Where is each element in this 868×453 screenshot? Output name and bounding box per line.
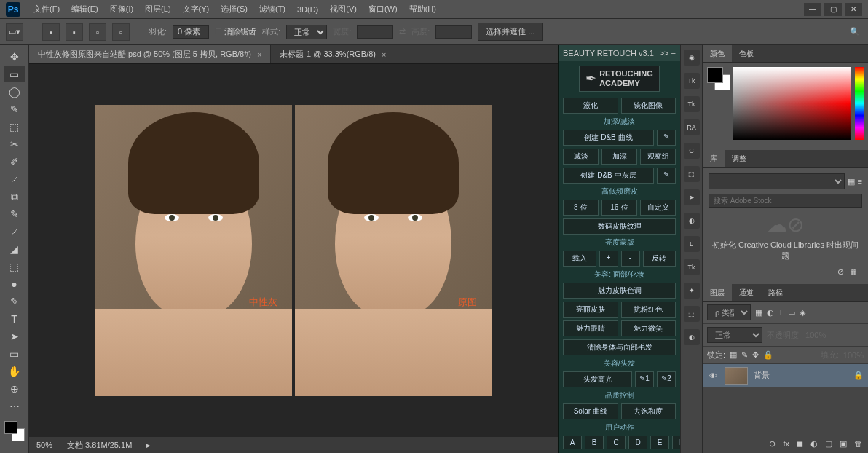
tab-layers[interactable]: 图层 bbox=[703, 284, 732, 301]
action-a[interactable]: A bbox=[563, 436, 582, 449]
side-icon[interactable]: L bbox=[684, 236, 700, 252]
maximize-button[interactable]: ▢ bbox=[824, 3, 842, 16]
solar-button[interactable]: Solar 曲线 bbox=[563, 403, 618, 419]
mask-icon[interactable]: ◼ bbox=[797, 439, 803, 449]
library-search-input[interactable] bbox=[709, 194, 862, 208]
menu-layer[interactable]: 图层(L) bbox=[139, 0, 176, 19]
tab-color[interactable]: 颜色 bbox=[703, 45, 732, 62]
menu-image[interactable]: 图像(I) bbox=[104, 0, 139, 19]
load-button[interactable]: 载入 bbox=[563, 251, 596, 267]
color-swatches[interactable] bbox=[707, 67, 729, 146]
lock-pixel-icon[interactable]: ✥ bbox=[752, 350, 759, 360]
foreground-color[interactable] bbox=[4, 421, 17, 434]
remove-hair-button[interactable]: 清除身体与面部毛发 bbox=[563, 339, 676, 355]
menu-file[interactable]: 文件(F) bbox=[28, 0, 66, 19]
burn-button[interactable]: 加深 bbox=[601, 149, 637, 165]
menu-select[interactable]: 选择(S) bbox=[215, 0, 253, 19]
color-picker[interactable] bbox=[733, 67, 851, 140]
move-tool[interactable]: ✥ bbox=[4, 49, 25, 65]
side-icon[interactable]: ✦ bbox=[684, 283, 700, 299]
lock-icon[interactable]: 🔒 bbox=[853, 371, 864, 380]
link-icon[interactable]: ⊘ bbox=[837, 267, 844, 277]
side-icon[interactable]: ➤ bbox=[684, 189, 700, 205]
menu-window[interactable]: 窗口(W) bbox=[363, 0, 403, 19]
16bit-button[interactable]: 16-位 bbox=[601, 200, 637, 216]
tab-2[interactable]: 未标题-1 @ 33.3%(RGB/8) × bbox=[271, 45, 395, 63]
close-icon[interactable]: × bbox=[382, 50, 386, 59]
blur-tool[interactable]: ⬚ bbox=[4, 259, 25, 275]
side-icon[interactable]: Tk bbox=[684, 259, 700, 275]
tool-preset-icon[interactable]: ▭▾ bbox=[6, 23, 23, 41]
fx-icon[interactable]: fx bbox=[783, 439, 789, 448]
tab-swatches[interactable]: 色板 bbox=[732, 45, 761, 62]
side-icon[interactable]: Tk bbox=[684, 73, 700, 89]
create-db-gray-button[interactable]: 创建 D&B 中灰层 bbox=[563, 168, 654, 184]
side-icon[interactable]: RA bbox=[684, 119, 700, 135]
style-select[interactable]: 正常 bbox=[286, 25, 327, 39]
gradient-tool[interactable]: ◢ bbox=[4, 241, 25, 257]
desat-button[interactable]: 去饱和度 bbox=[621, 403, 676, 419]
color-swatch[interactable] bbox=[4, 421, 25, 441]
fg-swatch[interactable] bbox=[707, 67, 723, 83]
shape-tool[interactable]: ▭ bbox=[4, 346, 25, 362]
action-b[interactable]: B bbox=[585, 436, 604, 449]
skin-tone-button[interactable]: 魅力皮肤色调 bbox=[563, 283, 676, 299]
action-e[interactable]: E bbox=[650, 436, 669, 449]
filter-adjust-icon[interactable]: ◐ bbox=[767, 308, 774, 318]
list-icon[interactable]: ≡ bbox=[858, 177, 862, 186]
dodge-button[interactable]: 减淡 bbox=[563, 149, 599, 165]
healing-tool[interactable]: ✐ bbox=[4, 154, 25, 170]
marquee-tool[interactable]: ▭ bbox=[4, 66, 25, 82]
action-c[interactable]: C bbox=[607, 436, 626, 449]
add-selection-icon[interactable]: ▪ bbox=[66, 23, 83, 41]
hue-slider[interactable] bbox=[855, 67, 864, 140]
minimize-button[interactable]: — bbox=[804, 3, 821, 16]
subtract-selection-icon[interactable]: ▫ bbox=[89, 23, 106, 41]
chevron-right-icon[interactable]: ▸ bbox=[146, 441, 151, 450]
search-icon[interactable]: 🔍 bbox=[848, 25, 862, 39]
dodge-tool[interactable]: ● bbox=[4, 276, 25, 292]
8bit-button[interactable]: 8-位 bbox=[563, 200, 599, 216]
eyedropper-tool[interactable]: ✂ bbox=[4, 136, 25, 152]
brush-tool[interactable]: ⟋ bbox=[4, 171, 25, 187]
filter-smart-icon[interactable]: ◈ bbox=[800, 308, 805, 318]
tab-libraries[interactable]: 库 bbox=[703, 150, 725, 167]
side-icon[interactable]: ◉ bbox=[684, 50, 700, 66]
close-button[interactable]: ✕ bbox=[845, 3, 862, 16]
lock-all-icon[interactable]: ▦ bbox=[730, 350, 737, 360]
eyes-button[interactable]: 魅力眼睛 bbox=[563, 320, 618, 336]
invert-button[interactable]: 反转 bbox=[643, 251, 676, 267]
layer-name[interactable]: 背景 bbox=[754, 370, 770, 381]
grid-icon[interactable]: ▦ bbox=[848, 177, 855, 186]
side-icon[interactable]: ◐ bbox=[684, 329, 700, 345]
feather-input[interactable] bbox=[173, 25, 209, 39]
tab-paths[interactable]: 路径 bbox=[761, 284, 790, 301]
visibility-icon[interactable]: 👁 bbox=[707, 371, 719, 380]
crop-tool[interactable]: ⬚ bbox=[4, 119, 25, 135]
link-layers-icon[interactable]: ⊝ bbox=[769, 439, 776, 449]
trash-icon[interactable]: 🗑 bbox=[850, 267, 858, 277]
menu-help[interactable]: 帮助(H) bbox=[403, 0, 442, 19]
canvas[interactable]: 中性灰 原图 bbox=[29, 64, 558, 437]
anti-pink-button[interactable]: 抗粉红色 bbox=[621, 302, 676, 318]
mirror-button[interactable]: 镜化图像 bbox=[621, 98, 676, 114]
stamp-tool[interactable]: ⧉ bbox=[4, 189, 25, 205]
lasso-tool[interactable]: ◯ bbox=[4, 84, 25, 100]
filter-pixel-icon[interactable]: ▦ bbox=[755, 308, 762, 318]
menu-type[interactable]: 文字(Y) bbox=[177, 0, 216, 19]
lock-icon[interactable]: 🔒 bbox=[763, 350, 773, 360]
type-tool[interactable]: T bbox=[4, 311, 25, 327]
library-select[interactable] bbox=[709, 173, 845, 189]
zoom-tool[interactable]: ⊕ bbox=[4, 381, 25, 397]
brush-icon[interactable]: ✎ bbox=[657, 130, 676, 146]
eraser-tool[interactable]: ⟋ bbox=[4, 224, 25, 240]
observe-button[interactable]: 观察组 bbox=[640, 149, 676, 165]
menu-filter[interactable]: 滤镜(T) bbox=[253, 0, 291, 19]
menu-view[interactable]: 视图(V) bbox=[324, 0, 363, 19]
lock-pos-icon[interactable]: ✎ bbox=[741, 350, 748, 360]
smile-button[interactable]: 魅力微笑 bbox=[621, 320, 676, 336]
delete-icon[interactable]: 🗑 bbox=[854, 439, 862, 448]
new-layer-icon[interactable]: ▣ bbox=[840, 439, 847, 449]
side-icon[interactable]: ◐ bbox=[684, 213, 700, 229]
side-icon[interactable]: C bbox=[684, 143, 700, 159]
